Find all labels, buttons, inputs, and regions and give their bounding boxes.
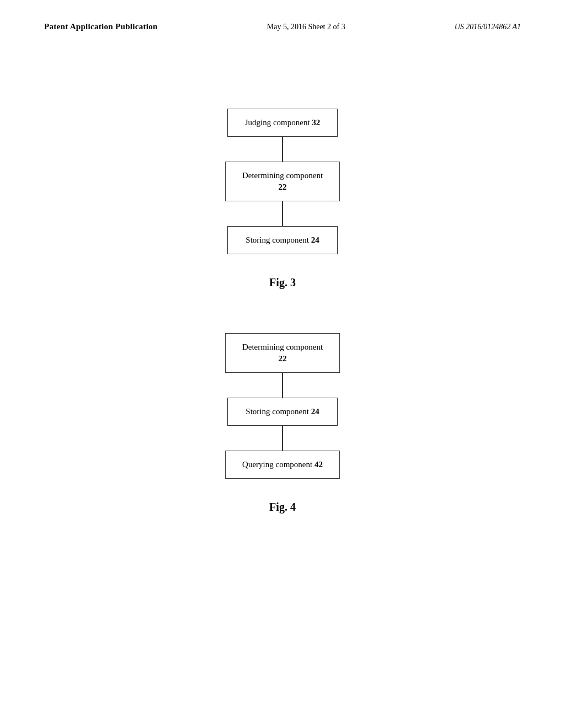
determining-number-2: 22: [242, 353, 323, 365]
fig4-label: Fig. 4: [269, 501, 296, 513]
determining-component-box-1: Determining component 22: [225, 162, 340, 201]
judging-label: Judging component: [245, 118, 312, 127]
judging-number: 32: [312, 118, 320, 127]
storing-component-box-1: Storing component 24: [227, 226, 338, 254]
determining-label-2: Determining component: [242, 341, 323, 353]
fig4-section: Determining component 22 Storing compone…: [0, 333, 565, 513]
fig3-section: Judging component 32 Determining compone…: [0, 109, 565, 289]
storing-number-2: 24: [311, 407, 319, 416]
header-patent-number: US 2016/0124862 A1: [455, 23, 521, 31]
fig4-diagram: Determining component 22 Storing compone…: [225, 333, 340, 479]
fig3-diagram: Judging component 32 Determining compone…: [225, 109, 340, 254]
determining-component-box-2: Determining component 22: [225, 333, 340, 373]
storing-label-2: Storing component: [246, 407, 311, 416]
storing-component-box-2: Storing component 24: [227, 398, 338, 426]
connector-1: [282, 137, 283, 162]
storing-number-1: 24: [311, 235, 319, 244]
header-date-sheet: May 5, 2016 Sheet 2 of 3: [267, 23, 345, 31]
storing-label-1: Storing component: [246, 235, 311, 244]
header: Patent Application Publication May 5, 20…: [0, 0, 565, 42]
querying-number: 42: [315, 460, 323, 469]
fig3-label: Fig. 3: [269, 276, 296, 289]
determining-number-1: 22: [242, 181, 323, 193]
querying-label: Querying component: [242, 460, 315, 469]
patent-page: Patent Application Publication May 5, 20…: [0, 0, 565, 728]
querying-component-box: Querying component 42: [225, 451, 340, 479]
connector-2: [282, 201, 283, 226]
header-publication-label: Patent Application Publication: [44, 22, 158, 31]
judging-component-box: Judging component 32: [227, 109, 338, 137]
connector-4: [282, 426, 283, 451]
connector-3: [282, 373, 283, 398]
determining-label-1: Determining component: [242, 170, 323, 181]
